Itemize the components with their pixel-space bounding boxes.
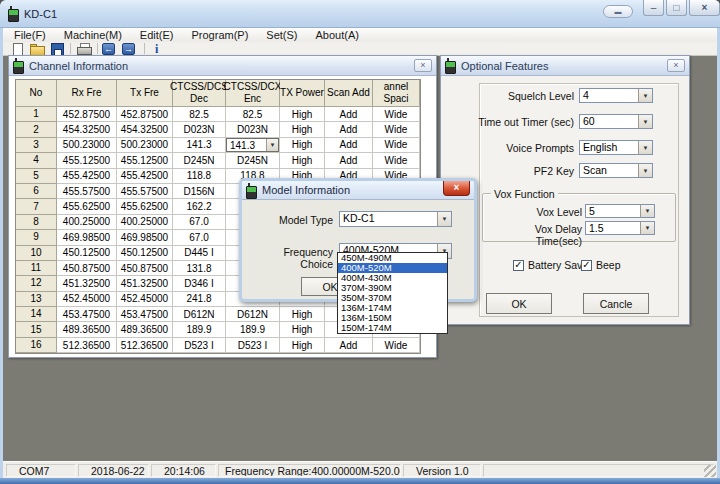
table-cell[interactable]: 67.0 (173, 215, 226, 230)
table-cell[interactable]: 455.57500 (117, 184, 173, 199)
table-cell[interactable]: 452.87500 (117, 107, 173, 122)
table-cell[interactable]: 450.12500 (117, 246, 173, 261)
optional-field-combobox[interactable]: 60▼ (579, 114, 653, 129)
table-cell[interactable]: 452.45000 (57, 292, 117, 307)
table-cell[interactable]: 189.9 (226, 322, 280, 337)
optional-ok-button[interactable]: OK (486, 293, 552, 314)
model-type-dropdown-icon[interactable]: ▼ (437, 212, 451, 226)
menu-item-program[interactable]: Program(P) (182, 28, 257, 42)
table-cell[interactable]: 67.0 (173, 230, 226, 245)
optional-window-close-icon[interactable]: × (667, 59, 685, 72)
dropdown-icon[interactable]: ▼ (638, 115, 652, 128)
table-cell[interactable]: Wide (373, 107, 420, 122)
table-cell[interactable]: D612N (173, 307, 226, 322)
channel-window-close-icon[interactable]: × (414, 59, 432, 72)
table-cell[interactable]: 489.36500 (57, 322, 117, 337)
table-cell[interactable]: 455.42500 (57, 169, 117, 184)
table-cell[interactable]: 400.25000 (57, 215, 117, 230)
table-cell[interactable]: 118.8 (173, 169, 226, 184)
menu-item-file[interactable]: File(F) (5, 28, 55, 42)
table-cell[interactable]: High (280, 307, 325, 322)
table-cell[interactable]: 82.5 (226, 107, 280, 122)
table-cell[interactable]: D023N (226, 122, 280, 137)
table-cell[interactable]: High (280, 122, 325, 137)
menu-item-about[interactable]: About(A) (307, 28, 368, 42)
dropdown-icon[interactable]: ▼ (640, 222, 654, 234)
table-cell[interactable]: 455.62500 (117, 199, 173, 214)
close-button[interactable]: × (689, 0, 720, 16)
dropdown-icon[interactable]: ▼ (640, 205, 654, 217)
table-cell[interactable]: 451.32500 (117, 276, 173, 291)
enc-dropdown-icon[interactable]: ▼ (266, 139, 278, 151)
new-file-button[interactable] (7, 42, 27, 56)
optional-field-combobox[interactable]: English▼ (579, 140, 653, 155)
table-cell[interactable]: 141.3 (173, 138, 226, 153)
table-cell[interactable]: 189.9 (173, 322, 226, 337)
table-cell[interactable]: Add (325, 138, 373, 153)
table-cell[interactable]: 454.32500 (117, 122, 173, 137)
vox-field-combobox[interactable]: 5▼ (585, 204, 655, 218)
table-cell[interactable]: 450.12500 (57, 246, 117, 261)
table-cell[interactable]: D523 I (173, 338, 226, 353)
table-cell[interactable]: 453.47500 (57, 307, 117, 322)
table-cell[interactable]: 453.47500 (117, 307, 173, 322)
checkbox-battery-save[interactable]: ✓Battery Save (513, 259, 588, 271)
table-cell[interactable]: 512.36500 (117, 338, 173, 353)
vox-field-combobox[interactable]: 1.5▼ (585, 221, 655, 235)
dropdown-icon[interactable]: ▼ (638, 89, 652, 102)
table-cell[interactable]: 82.5 (173, 107, 226, 122)
open-file-button[interactable] (27, 42, 47, 56)
table-cell[interactable]: 454.32500 (57, 122, 117, 137)
enc-combobox[interactable]: 141.3▼ (226, 138, 279, 152)
table-cell[interactable]: 489.36500 (117, 322, 173, 337)
table-cell[interactable]: 450.87500 (117, 261, 173, 276)
table-cell[interactable]: D245N (226, 153, 280, 168)
model-dialog-titlebar[interactable]: Model Information × (242, 181, 474, 200)
table-cell[interactable]: High (280, 138, 325, 153)
table-cell[interactable]: 469.98500 (57, 230, 117, 245)
table-cell[interactable]: Wide (373, 122, 420, 137)
table-cell[interactable]: Wide (373, 338, 420, 353)
table-cell[interactable]: 455.12500 (57, 153, 117, 168)
print-button[interactable] (74, 42, 94, 56)
about-info-button[interactable] (148, 42, 168, 56)
table-cell[interactable]: 141.3▼ (226, 138, 280, 153)
optional-cancel-button[interactable]: Cancle (583, 293, 649, 314)
table-cell[interactable]: 500.23000 (117, 138, 173, 153)
table-cell[interactable]: D346 I (173, 276, 226, 291)
minimize-button[interactable]: – (643, 0, 664, 16)
table-cell[interactable]: Add (325, 153, 373, 168)
write-radio-button[interactable] (121, 42, 141, 56)
table-cell[interactable]: Add (325, 338, 373, 353)
save-file-button[interactable] (47, 42, 67, 56)
menu-item-edit[interactable]: Edit(E) (131, 28, 183, 42)
read-radio-button[interactable] (101, 42, 121, 56)
table-cell[interactable]: 455.57500 (57, 184, 117, 199)
table-cell[interactable]: 131.8 (173, 261, 226, 276)
menu-item-set[interactable]: Set(S) (257, 28, 306, 42)
table-cell[interactable]: Wide (373, 138, 420, 153)
table-cell[interactable]: High (280, 322, 325, 337)
table-cell[interactable]: 451.32500 (57, 276, 117, 291)
table-cell[interactable]: D023N (173, 122, 226, 137)
table-cell[interactable]: 400.25000 (117, 215, 173, 230)
table-cell[interactable]: D523 I (226, 338, 280, 353)
channel-window-titlebar[interactable]: Channel Information × (9, 56, 436, 76)
table-cell[interactable]: 241.8 (173, 292, 226, 307)
model-dialog-close-icon[interactable]: × (443, 181, 470, 196)
checkbox-box[interactable]: ✓ (513, 260, 524, 271)
table-cell[interactable]: D445 I (173, 246, 226, 261)
table-cell[interactable]: Add (325, 107, 373, 122)
table-cell[interactable]: Wide (373, 153, 420, 168)
table-cell[interactable]: 500.23000 (57, 138, 117, 153)
table-cell[interactable]: 469.98500 (117, 230, 173, 245)
optional-field-combobox[interactable]: Scan▼ (579, 163, 653, 178)
table-cell[interactable]: 455.42500 (117, 169, 173, 184)
table-cell[interactable]: High (280, 107, 325, 122)
dropdown-option[interactable]: 150M-174M (338, 323, 447, 333)
table-cell[interactable]: Add (325, 122, 373, 137)
table-cell[interactable]: D156N (173, 184, 226, 199)
checkbox-beep[interactable]: ✓Beep (581, 259, 621, 271)
resize-grip[interactable] (704, 465, 716, 477)
optional-window-titlebar[interactable]: Optional Features × (441, 56, 689, 76)
